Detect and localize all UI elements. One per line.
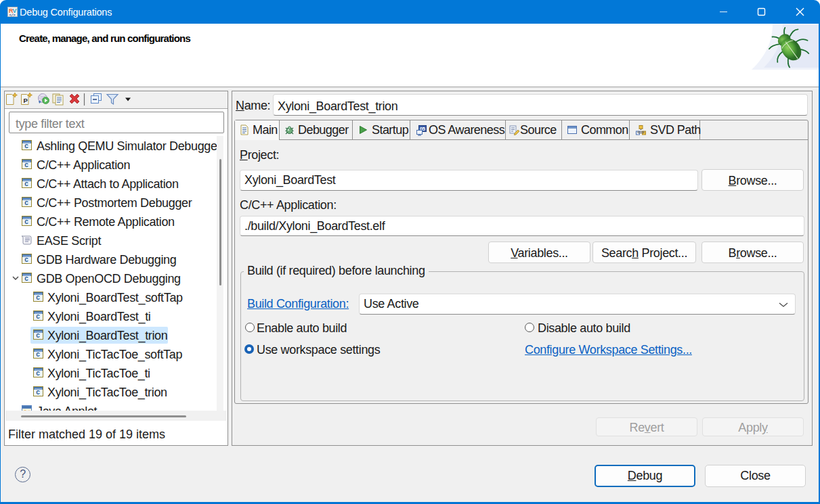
svg-text:P: P <box>24 97 28 104</box>
svg-text:</>: </> <box>9 13 16 18</box>
